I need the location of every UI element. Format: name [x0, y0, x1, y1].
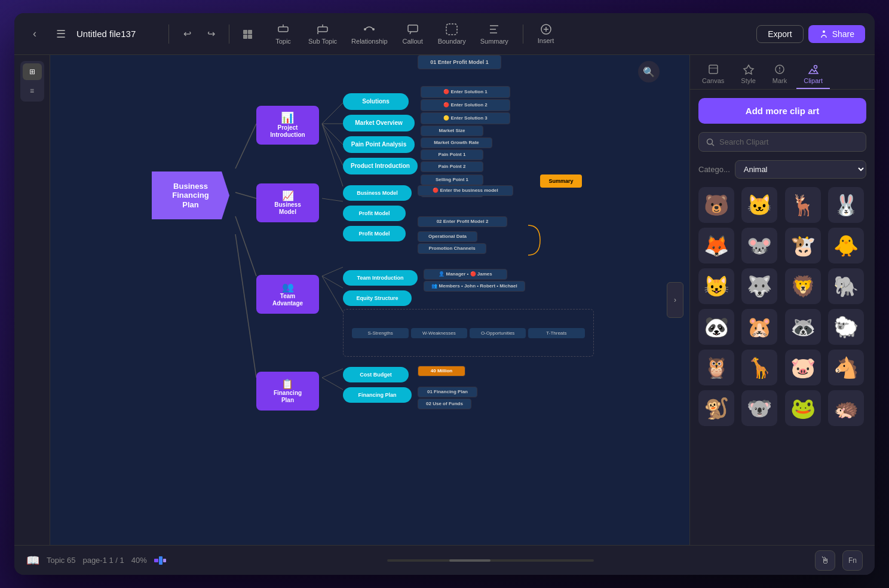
tab-clipart[interactable]: Clipart: [796, 60, 830, 89]
category-select[interactable]: Animal Nature Food Transport People: [735, 160, 866, 179]
topic-cost[interactable]: Cost Budget: [343, 367, 409, 382]
clipart-hamster[interactable]: 🐹: [741, 309, 777, 345]
tab-canvas[interactable]: Canvas: [695, 60, 731, 89]
add-clipart-button[interactable]: Add more clip art: [698, 98, 866, 124]
sub-40m[interactable]: 40 Million: [418, 366, 465, 376]
insert-button[interactable]: Insert: [532, 21, 560, 47]
summary-tag[interactable]: Summary: [540, 174, 582, 188]
clipart-fox[interactable]: 🦊: [698, 228, 734, 264]
clipart-cow[interactable]: 🐮: [785, 228, 821, 264]
clipart-pig[interactable]: 🐷: [785, 350, 821, 385]
tool-subtopic[interactable]: Sub Topic: [302, 20, 343, 47]
tool-topic[interactable]: Topic: [266, 20, 300, 47]
clipart-mouse[interactable]: 🐭: [741, 228, 777, 264]
swot-t[interactable]: T-Threats: [528, 328, 584, 338]
topic-market[interactable]: Market Overview: [343, 115, 415, 131]
mouse-button[interactable]: 🖱: [815, 550, 835, 571]
topic-solutions[interactable]: Solutions: [343, 93, 409, 110]
sub-members[interactable]: 👥 Members • John • Robert • Michael: [424, 281, 525, 292]
sub-sell1[interactable]: Selling Point 1: [421, 174, 483, 185]
sub-pm1[interactable]: 01 Enter Profit Model 1: [418, 55, 501, 69]
branch-project[interactable]: 📊 ProjectIntroduction: [256, 106, 319, 145]
topic-equity[interactable]: Equity Structure: [343, 290, 412, 306]
sub-pm2[interactable]: 02 Enter Profit Model 2: [418, 216, 507, 227]
app-window: ‹ ☰ Untitled file137 ↩ ↪ Topic Sub Topic: [14, 13, 875, 575]
tab-style[interactable]: Style: [734, 60, 762, 89]
topic-profit2[interactable]: Profit Model: [343, 226, 406, 241]
search-clipart-input[interactable]: [719, 137, 859, 146]
clipart-hedgehog[interactable]: 🦔: [828, 390, 864, 426]
clipart-owl[interactable]: 🦉: [698, 350, 734, 385]
clipart-chick[interactable]: 🐥: [828, 228, 864, 264]
sub-fin2[interactable]: 02 Use of Funds: [418, 399, 471, 409]
sub-sol2[interactable]: 🔴 Enter Solution 2: [421, 99, 510, 111]
swot-w[interactable]: W-Weaknesses: [411, 328, 467, 338]
clipart-horse[interactable]: 🐴: [828, 350, 864, 385]
fn-button[interactable]: Fn: [842, 550, 863, 571]
clipart-koala[interactable]: 🐨: [741, 390, 777, 426]
clipart-dog[interactable]: 🐺: [741, 268, 777, 304]
clipart-raccoon[interactable]: 🦝: [785, 309, 821, 345]
right-panel: Canvas Style Mark Clipart Add more clip …: [689, 55, 875, 545]
swot-s[interactable]: S-Strengths: [352, 328, 408, 338]
export-button[interactable]: Export: [756, 25, 803, 43]
clipart-panda[interactable]: 🐼: [698, 309, 734, 345]
topic-finplan[interactable]: Financing Plan: [343, 387, 412, 403]
sub-manager[interactable]: 👤 Manager • 🔴 James: [424, 269, 507, 280]
clip-button[interactable]: [238, 24, 257, 44]
topic-profit1[interactable]: Profit Model: [343, 206, 406, 221]
svg-line-43: [712, 143, 715, 146]
clipart-deer[interactable]: 🦌: [785, 187, 821, 223]
sub-opdata[interactable]: Operational Data: [418, 231, 477, 242]
view-btn-grid[interactable]: ⊞: [23, 63, 42, 80]
sub-sol3[interactable]: 🟡 Enter Solution 3: [421, 112, 510, 124]
clipart-monkey[interactable]: 🐒: [698, 390, 734, 426]
clipart-elephant[interactable]: 🐘: [828, 268, 864, 304]
search-button[interactable]: 🔍: [638, 61, 660, 82]
tool-summary[interactable]: Summary: [474, 20, 514, 47]
scroll-bar[interactable]: [387, 559, 594, 562]
branch-business[interactable]: 📈 BusinessModel: [256, 183, 319, 222]
clipart-giraffe[interactable]: 🦒: [741, 350, 777, 385]
page-info: page-1 1 / 1: [82, 556, 124, 565]
redo-button[interactable]: ↪: [201, 24, 220, 44]
svg-point-42: [707, 139, 713, 144]
clipart-cat[interactable]: 🐱: [741, 187, 777, 223]
swot-o[interactable]: O-Opportunities: [470, 328, 526, 338]
sub-market-size[interactable]: Market Size: [421, 125, 483, 136]
menu-button[interactable]: ☰: [50, 23, 72, 45]
clipart-frog[interactable]: 🐸: [785, 390, 821, 426]
clipart-bear[interactable]: 🐻: [698, 187, 734, 223]
tool-boundary[interactable]: Boundary: [432, 20, 472, 47]
clipart-tiger-cat[interactable]: 😺: [698, 268, 734, 304]
clipart-rabbit[interactable]: 🐰: [828, 187, 864, 223]
root-node[interactable]: BusinessFinancingPlan: [152, 172, 229, 219]
pages-icon[interactable]: 📖: [26, 554, 39, 567]
tab-mark[interactable]: Mark: [765, 60, 794, 89]
back-button[interactable]: ‹: [24, 23, 45, 45]
tab-style-label: Style: [741, 77, 755, 84]
view-btn-list[interactable]: ≡: [23, 82, 42, 99]
topic-team-intro[interactable]: Team Introduction: [343, 270, 418, 286]
sub-market-growth[interactable]: Market Growth Rate: [421, 137, 492, 148]
sub-bm1[interactable]: 🔴 Enter the business model: [418, 185, 513, 196]
topic-product[interactable]: Product Introduction: [343, 158, 418, 174]
sub-sol1[interactable]: 🔴 Enter Solution 1: [421, 86, 510, 98]
tool-callout[interactable]: Callout: [396, 20, 430, 47]
sub-fin1[interactable]: 01 Financing Plan: [418, 387, 477, 397]
share-button[interactable]: Share: [808, 25, 865, 43]
topic-bmodel[interactable]: Business Model: [343, 185, 412, 201]
undo-button[interactable]: ↩: [177, 24, 197, 44]
canvas-area[interactable]: BusinessFinancingPlan 📊 ProjectIntroduct…: [50, 55, 689, 545]
svg-rect-11: [408, 25, 418, 32]
expand-panel-button[interactable]: ›: [667, 282, 683, 318]
clipart-sheep[interactable]: 🐑: [828, 309, 864, 345]
branch-team[interactable]: 👥 TeamAdvantage: [256, 275, 319, 314]
clipart-lion[interactable]: 🦁: [785, 268, 821, 304]
branch-financing[interactable]: 📋 FinancingPlan: [256, 372, 319, 411]
sub-promo[interactable]: Promotion Channels: [418, 243, 486, 254]
sub-pain1[interactable]: Pain Point 1: [421, 149, 483, 160]
topic-pain[interactable]: Pain Point Analysis: [343, 136, 415, 153]
sub-pain2[interactable]: Pain Point 2: [421, 161, 483, 172]
tool-relationship[interactable]: Relationship: [345, 20, 394, 47]
